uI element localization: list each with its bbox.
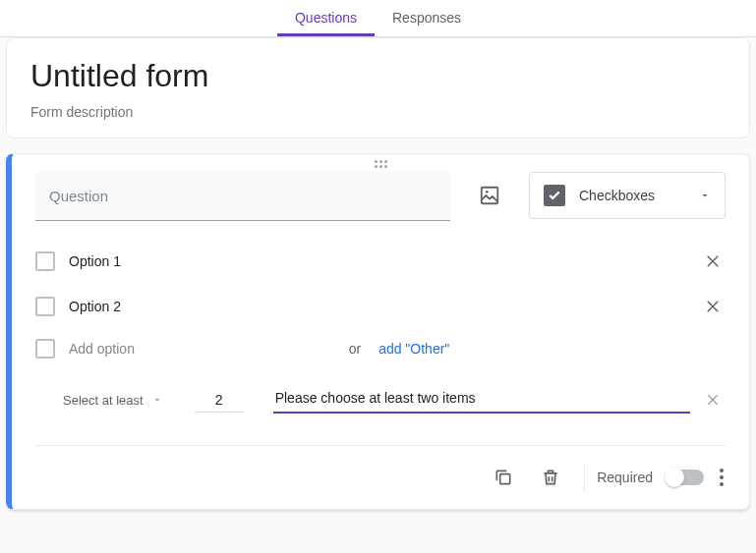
option-label[interactable]: Option 1 xyxy=(69,253,686,269)
or-text: or xyxy=(349,341,361,357)
svg-point-1 xyxy=(486,191,489,194)
remove-option-button[interactable] xyxy=(700,249,726,274)
validation-rule-label: Select at least xyxy=(63,393,144,408)
question-input[interactable] xyxy=(35,172,450,221)
card-footer: Required xyxy=(12,446,749,509)
svg-rect-2 xyxy=(500,474,510,484)
add-image-button[interactable] xyxy=(470,172,509,219)
checkbox-icon xyxy=(35,297,55,316)
trash-icon xyxy=(541,468,560,487)
tab-responses[interactable]: Responses xyxy=(375,0,479,36)
tab-questions[interactable]: Questions xyxy=(277,0,375,36)
drag-icon xyxy=(371,160,390,168)
chevron-down-icon xyxy=(151,394,163,406)
option-row: Option 1 xyxy=(35,239,726,284)
add-other-button[interactable]: add "Other" xyxy=(378,341,449,357)
checkbox-icon xyxy=(35,251,55,271)
remove-validation-button[interactable] xyxy=(700,387,726,413)
toggle-knob xyxy=(665,468,684,487)
option-row: Option 2 xyxy=(35,284,726,329)
chevron-down-icon xyxy=(699,190,711,201)
duplicate-button[interactable] xyxy=(482,456,525,499)
tabs: Questions Responses xyxy=(0,0,756,37)
required-toggle[interactable] xyxy=(667,470,704,485)
duplicate-icon xyxy=(494,468,513,487)
form-description[interactable]: Form description xyxy=(30,104,726,120)
option-label[interactable]: Option 2 xyxy=(69,299,686,314)
validation-message-input[interactable] xyxy=(273,386,690,414)
required-label: Required xyxy=(597,470,653,485)
question-card: Checkboxes Option 1 Option 2 Add option … xyxy=(6,153,750,510)
divider xyxy=(584,463,585,492)
form-title[interactable]: Untitled form xyxy=(30,58,726,94)
add-option-row: Add option or add "Other" xyxy=(35,329,726,368)
validation-number-input[interactable] xyxy=(195,388,244,413)
delete-button[interactable] xyxy=(529,456,572,499)
drag-handle[interactable] xyxy=(12,154,749,172)
image-icon xyxy=(479,185,500,206)
svg-rect-0 xyxy=(482,188,498,204)
more-menu-button[interactable] xyxy=(708,469,735,486)
validation-row: Select at least xyxy=(12,368,749,423)
question-type-label: Checkboxes xyxy=(579,188,685,203)
validation-rule-select[interactable]: Select at least xyxy=(61,387,165,414)
close-icon xyxy=(704,252,722,270)
add-option-button[interactable]: Add option xyxy=(69,341,331,357)
form-header-card: Untitled form Form description xyxy=(6,37,750,138)
remove-option-button[interactable] xyxy=(700,294,726,319)
close-icon xyxy=(705,392,721,408)
question-type-select[interactable]: Checkboxes xyxy=(529,172,726,219)
options-list: Option 1 Option 2 Add option or add "Oth… xyxy=(12,239,749,368)
checkbox-icon xyxy=(544,185,565,206)
close-icon xyxy=(704,298,722,315)
checkbox-icon xyxy=(35,339,55,359)
